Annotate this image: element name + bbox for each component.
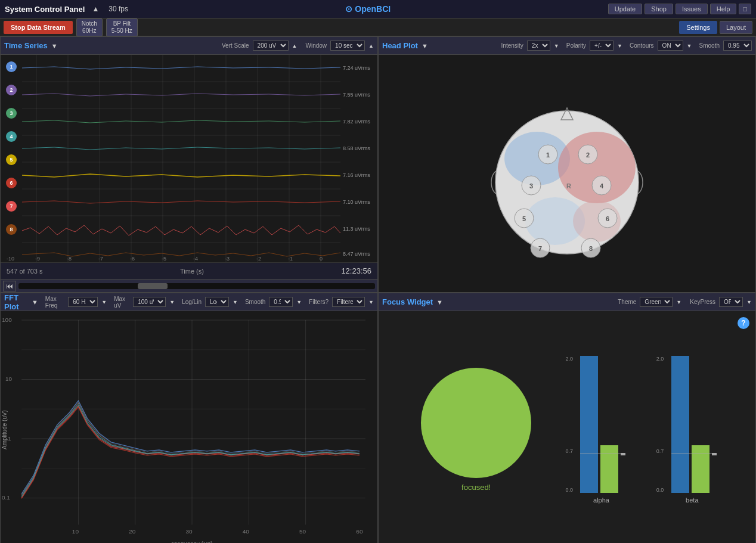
pol-arrows[interactable]: ▼ <box>617 43 622 49</box>
ll-arrows[interactable]: ▼ <box>233 299 238 305</box>
fil-arrows[interactable]: ▼ <box>368 299 374 305</box>
svg-text:30: 30 <box>185 528 193 535</box>
head-plot-svg: 1 2 3 R 4 5 6 7 <box>472 66 662 281</box>
svg-text:2: 2 <box>586 151 590 159</box>
ts-grid: -10 -9 -8 -7 -6 -5 -4 -3 -2 -1 0 <box>1 55 377 262</box>
hp-dropdown-arrow[interactable]: ▼ <box>422 42 428 49</box>
alpha-chart: 2.0 0.0 0.7 alpha <box>580 356 622 504</box>
update-button[interactable]: Update <box>608 4 642 14</box>
head-plot-title: Head Plot <box>382 41 418 50</box>
theme-arrows[interactable]: ▼ <box>676 299 681 305</box>
scroll-thumb[interactable] <box>138 283 168 289</box>
fft-plot-header: FFT Plot ▼ Max Freq 60 Hz ▼ Max uV 100 u… <box>1 293 377 311</box>
alpha-green-bar <box>600 445 618 493</box>
focus-widget-panel: Focus Widget ▼ Theme Green ▼ KeyPress OF… <box>378 293 756 543</box>
bp-filter-button[interactable]: BP Filt 5-50 Hz <box>106 18 138 36</box>
samples-display: 547 of 703 s <box>7 268 43 275</box>
time-series-header: Time Series ▼ Vert Scale 200 uV ▲ Window… <box>1 37 377 55</box>
mf-arrows[interactable]: ▼ <box>101 299 107 305</box>
settings-button[interactable]: Settings <box>679 21 717 34</box>
ts-dropdown-arrow[interactable]: ▼ <box>51 42 58 49</box>
vert-scale-select[interactable]: 200 uV <box>253 41 289 51</box>
focus-widget-content: ? focused! 2.0 0.0 0.7 <box>379 311 755 543</box>
fw-dropdown-arrow[interactable]: ▼ <box>436 299 443 306</box>
alpha-top-label: 2.0 <box>565 356 573 362</box>
svg-text:7.16 uVrms: 7.16 uVrms <box>343 172 370 178</box>
svg-text:-2: -2 <box>256 256 261 262</box>
channel-2-label: 2 <box>6 85 17 95</box>
vert-scale-up-arrow[interactable]: ▲ <box>292 43 298 49</box>
alpha-bottom-label: 0.0 <box>565 487 573 493</box>
fft-chart-svg: 100 10 1 0.1 10 <box>1 311 377 543</box>
theme-label: Theme <box>618 299 636 305</box>
svg-text:1: 1 <box>8 435 11 442</box>
svg-text:8.47 uVrms: 8.47 uVrms <box>343 251 370 257</box>
svg-text:1: 1 <box>546 151 550 159</box>
shop-button[interactable]: Shop <box>645 4 673 14</box>
focus-circle <box>421 368 531 478</box>
scroll-track[interactable] <box>18 283 375 289</box>
fft-dropdown-arrow[interactable]: ▼ <box>32 299 38 306</box>
max-uv-label: Max uV <box>114 296 129 309</box>
skip-to-start-button[interactable]: ⏮ <box>3 281 16 291</box>
focus-indicator: focused! <box>421 368 531 492</box>
keypress-label: KeyPress <box>690 299 715 305</box>
alpha-threshold-label: 0.7 <box>565 448 573 454</box>
window-select[interactable]: 10 sec <box>330 41 365 51</box>
logo: ⊙ OpenBCI <box>345 4 391 14</box>
svg-text:Amplitude (uV): Amplitude (uV) <box>1 410 8 449</box>
help-button[interactable]: Help <box>710 4 737 14</box>
max-freq-label: Max Freq <box>45 296 64 309</box>
cont-arrows[interactable]: ▼ <box>687 43 692 49</box>
svg-text:-5: -5 <box>162 256 166 262</box>
focused-label: focused! <box>461 483 491 492</box>
filters-select[interactable]: Filtered <box>332 297 365 307</box>
muv-arrows[interactable]: ▼ <box>169 299 175 305</box>
notch-label: Notch <box>82 20 97 27</box>
window-up-arrow[interactable]: ▲ <box>368 43 374 49</box>
svg-text:0.1: 0.1 <box>2 494 10 501</box>
sm-arrows[interactable]: ▼ <box>296 299 302 305</box>
time-series-title: Time Series <box>4 41 48 50</box>
channel-7-label: 7 <box>6 201 17 212</box>
theme-select[interactable]: Green <box>640 297 673 307</box>
kp-arrows[interactable]: ▼ <box>746 299 752 305</box>
channel-3-label: 3 <box>6 108 17 119</box>
svg-text:-10: -10 <box>7 256 14 262</box>
polarity-select[interactable]: +/- <box>590 41 614 51</box>
channel-5-label: 5 <box>6 154 17 165</box>
info-button[interactable]: ? <box>738 317 749 329</box>
svg-text:6: 6 <box>606 215 609 222</box>
contours-select[interactable]: ON <box>658 41 683 51</box>
intensity-label: Intensity <box>501 42 523 49</box>
svg-text:R: R <box>566 182 571 190</box>
svg-text:-1: -1 <box>288 256 293 262</box>
issues-button[interactable]: Issues <box>676 4 708 14</box>
max-freq-select[interactable]: 60 Hz <box>68 297 98 307</box>
window-icon-button[interactable]: □ <box>739 4 751 14</box>
channel-6-label: 6 <box>6 178 17 188</box>
bp-value: 5-50 Hz <box>111 27 132 35</box>
svg-text:7.82 uVrms: 7.82 uVrms <box>343 119 370 125</box>
time-series-content: -10 -9 -8 -7 -6 -5 -4 -3 -2 -1 0 <box>1 55 377 262</box>
nav-buttons: Update Shop Issues Help □ <box>608 4 751 14</box>
stop-data-stream-button[interactable]: Stop Data Stream <box>4 21 73 34</box>
svg-text:11.3 uVrms: 11.3 uVrms <box>343 226 370 232</box>
layout-button[interactable]: Layout <box>720 21 752 34</box>
svg-text:20: 20 <box>129 528 136 535</box>
svg-text:7.55 uVrms: 7.55 uVrms <box>343 92 370 98</box>
int-arrows[interactable]: ▼ <box>554 43 559 49</box>
smooth-select[interactable]: 0.95 <box>723 41 752 51</box>
app-title: System Control Panel <box>5 5 85 14</box>
max-uv-select[interactable]: 100 uV <box>133 297 166 307</box>
time-display: 12:23:56 <box>341 266 371 275</box>
channel-numbers: 1 2 3 4 5 6 7 8 <box>1 55 22 241</box>
keypress-select[interactable]: OFF <box>719 297 743 307</box>
log-lin-select[interactable]: Log <box>205 297 229 307</box>
alpha-blue-bar <box>580 356 598 493</box>
fft-smooth-select[interactable]: 0.98 <box>269 297 293 307</box>
beta-chart: 2.0 0.0 0.7 beta <box>671 356 713 504</box>
intensity-select[interactable]: 2x <box>527 41 550 51</box>
notch-filter-button[interactable]: Notch 60Hz <box>76 18 103 36</box>
svg-text:-7: -7 <box>98 256 103 262</box>
